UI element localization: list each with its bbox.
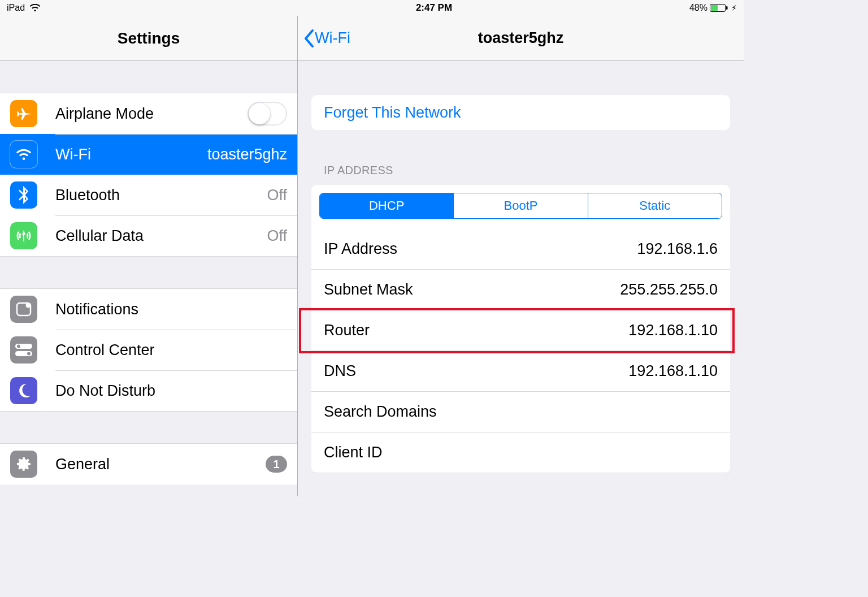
sidebar-group-connectivity: Airplane Mode Wi-Fi toaster5ghz (0, 93, 297, 257)
sidebar-item-label: Bluetooth (55, 187, 267, 204)
row-value: 192.168.1.6 (637, 240, 730, 258)
svg-rect-2 (726, 6, 728, 10)
sidebar-item-general[interactable]: General 1 (0, 444, 297, 484)
device-label: iPad (7, 3, 25, 13)
sidebar-item-label: Do Not Disturb (55, 382, 287, 400)
sidebar-item-controlcenter[interactable]: Control Center (0, 330, 297, 370)
row-label: Search Domains (311, 403, 437, 421)
sidebar-item-wifi[interactable]: Wi-Fi toaster5ghz (0, 134, 297, 175)
row-client-id[interactable]: Client ID (311, 432, 730, 473)
clock: 2:47 PM (0, 2, 744, 14)
battery-percent: 48% (689, 3, 708, 13)
row-label: IP Address (311, 240, 397, 258)
forget-network-card: Forget This Network (311, 95, 730, 130)
sidebar-item-label: Control Center (55, 341, 287, 359)
seg-bootp[interactable]: BootP (453, 193, 587, 218)
sidebar-group-system: Notifications Control Center Do Not Dist… (0, 288, 297, 412)
battery-icon (710, 4, 729, 12)
row-value: 255.255.255.0 (620, 281, 730, 298)
row-label: Subnet Mask (311, 281, 413, 298)
back-label: Wi-Fi (315, 29, 350, 47)
wifi-icon (10, 141, 37, 168)
row-value: 192.168.1.10 (628, 362, 730, 380)
detail-title: toaster5ghz (298, 29, 744, 47)
sidebar-item-cellular[interactable]: Cellular Data Off (0, 215, 297, 256)
sidebar-item-value: Off (267, 187, 287, 204)
sidebar-item-bluetooth[interactable]: Bluetooth Off (0, 175, 297, 215)
sidebar-item-value: Off (267, 227, 287, 245)
settings-sidebar: Settings Airplane Mode (0, 16, 298, 496)
chevron-left-icon (303, 29, 314, 47)
svg-rect-1 (711, 5, 718, 11)
wifi-icon (29, 4, 41, 12)
row-label: Router (311, 322, 370, 339)
gear-icon (10, 451, 37, 478)
sidebar-group-general: General 1 (0, 443, 297, 484)
charging-icon: ⚡︎ (731, 3, 737, 12)
sidebar-item-label: Cellular Data (55, 227, 267, 245)
sidebar-item-value: toaster5ghz (207, 146, 287, 163)
svg-point-6 (17, 345, 20, 348)
controlcenter-icon (10, 336, 37, 364)
svg-point-8 (27, 352, 31, 356)
sidebar-item-dnd[interactable]: Do Not Disturb (0, 370, 297, 411)
forget-network-label: Forget This Network (324, 104, 461, 122)
row-ip-address[interactable]: IP Address 192.168.1.6 (311, 229, 730, 270)
row-label: Client ID (311, 444, 383, 461)
sidebar-item-airplane[interactable]: Airplane Mode (0, 93, 297, 134)
row-search-domains[interactable]: Search Domains (311, 392, 730, 432)
sidebar-item-label: Airplane Mode (55, 105, 248, 123)
forget-network-button[interactable]: Forget This Network (311, 95, 730, 130)
cellular-icon (10, 222, 37, 249)
section-label-ip: IP ADDRESS (324, 164, 730, 177)
status-bar: iPad 2:47 PM 48% ⚡︎ (0, 0, 744, 16)
sidebar-item-label: Notifications (55, 301, 287, 318)
sidebar-item-notifications[interactable]: Notifications (0, 289, 297, 330)
airplane-icon (10, 100, 37, 127)
sidebar-item-label: Wi-Fi (55, 146, 207, 163)
badge: 1 (266, 456, 287, 473)
row-label: DNS (311, 362, 356, 380)
seg-dhcp[interactable]: DHCP (320, 193, 453, 218)
detail-pane: Wi-Fi toaster5ghz Forget This Network IP… (298, 16, 744, 496)
ip-card: DHCP BootP Static IP Address 192.168.1.6… (311, 185, 730, 473)
sidebar-title: Settings (118, 29, 180, 47)
airplane-toggle[interactable] (248, 102, 287, 126)
back-button[interactable]: Wi-Fi (298, 29, 350, 47)
moon-icon (10, 377, 37, 404)
bluetooth-icon (10, 181, 37, 209)
row-router[interactable]: Router 192.168.1.10 (311, 310, 730, 351)
svg-point-4 (26, 303, 31, 308)
row-subnet-mask[interactable]: Subnet Mask 255.255.255.0 (311, 270, 730, 310)
row-dns[interactable]: DNS 192.168.1.10 (311, 351, 730, 392)
notifications-icon (10, 296, 37, 323)
ip-mode-seg: DHCP BootP Static (319, 193, 722, 219)
row-value: 192.168.1.10 (628, 322, 730, 339)
detail-header: Wi-Fi toaster5ghz (298, 16, 744, 61)
ip-rows: IP Address 192.168.1.6 Subnet Mask 255.2… (311, 229, 730, 473)
sidebar-item-label: General (55, 456, 266, 473)
seg-static[interactable]: Static (588, 193, 722, 218)
sidebar-header: Settings (0, 16, 297, 61)
